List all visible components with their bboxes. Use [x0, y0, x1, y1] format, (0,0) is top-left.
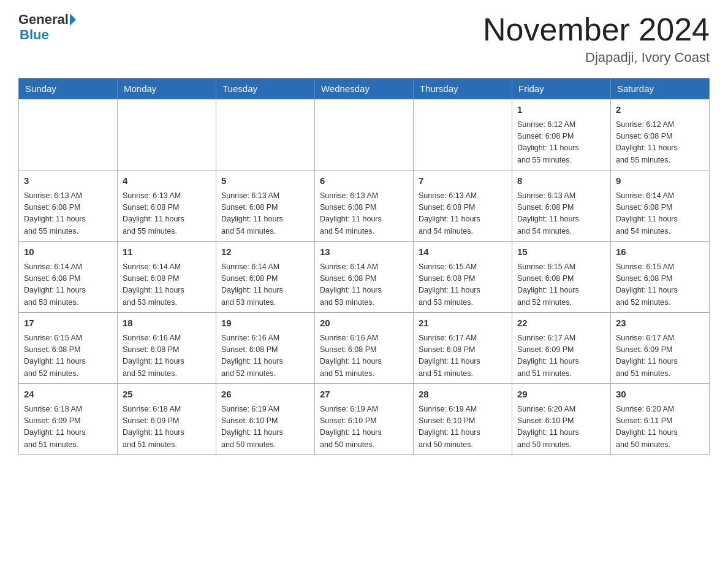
- day-number: 6: [320, 174, 408, 188]
- day-number: 12: [221, 245, 309, 259]
- day-number: 30: [616, 388, 704, 402]
- logo-general: General: [18, 12, 69, 27]
- day-number: 27: [320, 388, 408, 402]
- day-info: Sunrise: 6:16 AM Sunset: 6:08 PM Dayligh…: [320, 332, 408, 380]
- calendar-cell: 9Sunrise: 6:14 AM Sunset: 6:08 PM Daylig…: [611, 170, 710, 242]
- day-number: 1: [517, 103, 605, 117]
- day-number: 18: [123, 316, 211, 331]
- weekday-header-monday: Monday: [118, 79, 216, 99]
- weekday-header-tuesday: Tuesday: [216, 79, 315, 99]
- day-info: Sunrise: 6:13 AM Sunset: 6:08 PM Dayligh…: [419, 190, 507, 238]
- day-number: 15: [517, 245, 605, 259]
- day-info: Sunrise: 6:18 AM Sunset: 6:09 PM Dayligh…: [123, 404, 211, 451]
- day-info: Sunrise: 6:13 AM Sunset: 6:08 PM Dayligh…: [123, 190, 211, 238]
- calendar-cell: 14Sunrise: 6:15 AM Sunset: 6:08 PM Dayli…: [414, 242, 512, 313]
- calendar-cell: [118, 99, 216, 170]
- day-info: Sunrise: 6:19 AM Sunset: 6:10 PM Dayligh…: [221, 404, 309, 451]
- calendar-cell: 17Sunrise: 6:15 AM Sunset: 6:08 PM Dayli…: [19, 313, 118, 384]
- calendar-cell: 28Sunrise: 6:19 AM Sunset: 6:10 PM Dayli…: [414, 384, 512, 455]
- day-number: 4: [123, 174, 211, 188]
- calendar-cell: 15Sunrise: 6:15 AM Sunset: 6:08 PM Dayli…: [512, 242, 611, 313]
- calendar-cell: 10Sunrise: 6:14 AM Sunset: 6:08 PM Dayli…: [19, 242, 118, 313]
- calendar-cell: 21Sunrise: 6:17 AM Sunset: 6:08 PM Dayli…: [414, 313, 512, 384]
- weekday-header-friday: Friday: [512, 79, 611, 99]
- day-number: 8: [517, 174, 605, 188]
- day-number: 29: [517, 388, 605, 402]
- day-number: 9: [616, 174, 704, 188]
- weekday-header-thursday: Thursday: [414, 79, 512, 99]
- day-info: Sunrise: 6:14 AM Sunset: 6:08 PM Dayligh…: [616, 190, 704, 238]
- calendar-cell: 20Sunrise: 6:16 AM Sunset: 6:08 PM Dayli…: [315, 313, 414, 384]
- day-info: Sunrise: 6:15 AM Sunset: 6:08 PM Dayligh…: [517, 261, 605, 309]
- calendar-cell: 6Sunrise: 6:13 AM Sunset: 6:08 PM Daylig…: [315, 170, 414, 242]
- week-row-1: 1Sunrise: 6:12 AM Sunset: 6:08 PM Daylig…: [19, 99, 710, 170]
- day-info: Sunrise: 6:12 AM Sunset: 6:08 PM Dayligh…: [616, 119, 704, 167]
- weekday-header-sunday: Sunday: [19, 79, 118, 99]
- day-number: 21: [419, 316, 507, 331]
- weekday-header-saturday: Saturday: [611, 79, 710, 99]
- day-info: Sunrise: 6:15 AM Sunset: 6:08 PM Dayligh…: [616, 261, 704, 309]
- calendar-cell: 11Sunrise: 6:14 AM Sunset: 6:08 PM Dayli…: [118, 242, 216, 313]
- calendar-cell: 12Sunrise: 6:14 AM Sunset: 6:08 PM Dayli…: [216, 242, 315, 313]
- day-info: Sunrise: 6:15 AM Sunset: 6:08 PM Dayligh…: [419, 261, 507, 309]
- calendar-body: 1Sunrise: 6:12 AM Sunset: 6:08 PM Daylig…: [19, 99, 710, 455]
- day-number: 2: [616, 103, 704, 117]
- day-info: Sunrise: 6:17 AM Sunset: 6:08 PM Dayligh…: [419, 332, 507, 380]
- weekday-header-row: SundayMondayTuesdayWednesdayThursdayFrid…: [19, 79, 710, 99]
- calendar-cell: 30Sunrise: 6:20 AM Sunset: 6:11 PM Dayli…: [611, 384, 710, 455]
- day-info: Sunrise: 6:12 AM Sunset: 6:08 PM Dayligh…: [517, 119, 605, 167]
- calendar-cell: [19, 99, 118, 170]
- day-info: Sunrise: 6:13 AM Sunset: 6:08 PM Dayligh…: [221, 190, 309, 238]
- day-number: 23: [616, 316, 704, 331]
- day-info: Sunrise: 6:20 AM Sunset: 6:11 PM Dayligh…: [616, 404, 704, 451]
- day-number: 26: [221, 388, 309, 402]
- logo-arrow-icon: [70, 13, 76, 26]
- calendar-header: SundayMondayTuesdayWednesdayThursdayFrid…: [19, 79, 710, 99]
- day-info: Sunrise: 6:15 AM Sunset: 6:08 PM Dayligh…: [24, 332, 112, 380]
- calendar-cell: 29Sunrise: 6:20 AM Sunset: 6:10 PM Dayli…: [512, 384, 611, 455]
- day-number: 22: [517, 316, 605, 331]
- day-number: 19: [221, 316, 309, 331]
- day-info: Sunrise: 6:14 AM Sunset: 6:08 PM Dayligh…: [221, 261, 309, 309]
- day-info: Sunrise: 6:17 AM Sunset: 6:09 PM Dayligh…: [616, 332, 704, 380]
- logo: General Blue: [18, 12, 76, 43]
- calendar-cell: [315, 99, 414, 170]
- calendar-cell: 13Sunrise: 6:14 AM Sunset: 6:08 PM Dayli…: [315, 242, 414, 313]
- calendar-cell: 3Sunrise: 6:13 AM Sunset: 6:08 PM Daylig…: [19, 170, 118, 242]
- week-row-2: 3Sunrise: 6:13 AM Sunset: 6:08 PM Daylig…: [19, 170, 710, 242]
- day-info: Sunrise: 6:14 AM Sunset: 6:08 PM Dayligh…: [123, 261, 211, 309]
- day-number: 16: [616, 245, 704, 259]
- day-info: Sunrise: 6:13 AM Sunset: 6:08 PM Dayligh…: [320, 190, 408, 238]
- day-number: 25: [123, 388, 211, 402]
- calendar-table: SundayMondayTuesdayWednesdayThursdayFrid…: [18, 78, 710, 455]
- day-info: Sunrise: 6:13 AM Sunset: 6:08 PM Dayligh…: [24, 190, 112, 238]
- day-info: Sunrise: 6:19 AM Sunset: 6:10 PM Dayligh…: [320, 404, 408, 451]
- day-info: Sunrise: 6:20 AM Sunset: 6:10 PM Dayligh…: [517, 404, 605, 451]
- calendar-cell: 18Sunrise: 6:16 AM Sunset: 6:08 PM Dayli…: [118, 313, 216, 384]
- calendar-cell: 26Sunrise: 6:19 AM Sunset: 6:10 PM Dayli…: [216, 384, 315, 455]
- month-title: November 2024: [483, 12, 710, 47]
- day-number: 24: [24, 388, 112, 402]
- day-number: 5: [221, 174, 309, 188]
- day-info: Sunrise: 6:13 AM Sunset: 6:08 PM Dayligh…: [517, 190, 605, 238]
- page-header: General Blue November 2024 Djapadji, Ivo…: [18, 12, 710, 66]
- calendar-cell: [216, 99, 315, 170]
- day-info: Sunrise: 6:19 AM Sunset: 6:10 PM Dayligh…: [419, 404, 507, 451]
- week-row-4: 17Sunrise: 6:15 AM Sunset: 6:08 PM Dayli…: [19, 313, 710, 384]
- location: Djapadji, Ivory Coast: [483, 50, 710, 66]
- week-row-5: 24Sunrise: 6:18 AM Sunset: 6:09 PM Dayli…: [19, 384, 710, 455]
- day-info: Sunrise: 6:16 AM Sunset: 6:08 PM Dayligh…: [221, 332, 309, 380]
- day-number: 28: [419, 388, 507, 402]
- calendar-cell: 23Sunrise: 6:17 AM Sunset: 6:09 PM Dayli…: [611, 313, 710, 384]
- calendar-cell: 19Sunrise: 6:16 AM Sunset: 6:08 PM Dayli…: [216, 313, 315, 384]
- day-number: 20: [320, 316, 408, 331]
- calendar-cell: 4Sunrise: 6:13 AM Sunset: 6:08 PM Daylig…: [118, 170, 216, 242]
- calendar-cell: 27Sunrise: 6:19 AM Sunset: 6:10 PM Dayli…: [315, 384, 414, 455]
- calendar-cell: 16Sunrise: 6:15 AM Sunset: 6:08 PM Dayli…: [611, 242, 710, 313]
- day-number: 13: [320, 245, 408, 259]
- calendar-cell: 1Sunrise: 6:12 AM Sunset: 6:08 PM Daylig…: [512, 99, 611, 170]
- calendar-cell: 7Sunrise: 6:13 AM Sunset: 6:08 PM Daylig…: [414, 170, 512, 242]
- day-info: Sunrise: 6:14 AM Sunset: 6:08 PM Dayligh…: [320, 261, 408, 309]
- calendar-cell: [414, 99, 512, 170]
- day-number: 10: [24, 245, 112, 259]
